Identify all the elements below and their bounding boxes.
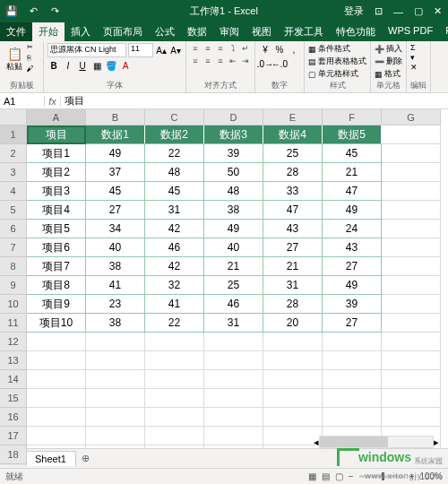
cell-D4[interactable]: 48 <box>203 181 263 201</box>
tab-layout[interactable]: 页面布局 <box>97 22 149 41</box>
cell-D11[interactable]: 31 <box>203 313 263 333</box>
qat-redo-button[interactable]: ↷ <box>47 4 63 20</box>
indent-dec-button[interactable]: ⇤ <box>228 56 238 66</box>
cell-B13[interactable] <box>86 351 145 370</box>
cell-A16[interactable] <box>27 408 86 427</box>
row-header-19[interactable]: 19 <box>0 464 27 465</box>
cell-G13[interactable] <box>382 351 441 370</box>
cell-C7[interactable]: 46 <box>144 238 204 257</box>
cell-C3[interactable]: 48 <box>144 162 204 182</box>
cell-G11[interactable] <box>382 314 441 333</box>
fx-button[interactable]: fx <box>45 96 61 107</box>
format-as-table-button[interactable]: ▤ 套用表格格式 <box>308 56 366 67</box>
fill-color-button[interactable]: 🪣 <box>105 59 117 72</box>
cell-C12[interactable] <box>145 333 204 351</box>
border-button[interactable]: ▦ <box>90 59 103 72</box>
cell-E3[interactable]: 28 <box>263 162 323 182</box>
tab-view[interactable]: 视图 <box>246 22 278 41</box>
cell-E4[interactable]: 33 <box>263 181 323 201</box>
cell-G12[interactable] <box>382 333 441 351</box>
format-painter-button[interactable]: 🖌 <box>27 65 39 73</box>
cell-F12[interactable] <box>323 333 382 351</box>
cell-C10[interactable]: 41 <box>144 294 204 314</box>
cell-C13[interactable] <box>145 351 204 370</box>
row-header-7[interactable]: 7 <box>0 238 27 257</box>
tab-data[interactable]: 数据 <box>181 22 213 41</box>
cell-A7[interactable]: 项目6 <box>26 238 86 257</box>
cell-A2[interactable]: 项目1 <box>26 143 86 163</box>
autosum-button[interactable]: Σ <box>410 43 426 52</box>
row-header-18[interactable]: 18 <box>0 445 27 464</box>
cell-B3[interactable]: 37 <box>85 162 145 182</box>
zoom-level[interactable]: 100% <box>419 471 443 481</box>
cell-A6[interactable]: 项目5 <box>26 219 86 238</box>
cell-E8[interactable]: 21 <box>263 256 323 276</box>
cell-D3[interactable]: 50 <box>203 162 263 182</box>
cell-A11[interactable]: 项目10 <box>26 313 86 333</box>
cell-C1[interactable]: 数据2 <box>145 125 204 144</box>
cell-A13[interactable] <box>27 351 86 370</box>
cell-F7[interactable]: 43 <box>322 238 382 257</box>
tab-powerpivot[interactable]: Power Pivot <box>439 22 448 41</box>
cell-F13[interactable] <box>323 351 382 370</box>
cell-G5[interactable] <box>382 201 441 220</box>
cell-F14[interactable] <box>323 370 382 389</box>
cell-F9[interactable]: 49 <box>322 275 382 295</box>
cell-B2[interactable]: 49 <box>85 143 145 163</box>
align-center-button[interactable]: ≡ <box>202 56 213 66</box>
clear-button[interactable]: ✕ <box>410 63 426 72</box>
cell-F1[interactable]: 数据5 <box>323 125 382 144</box>
col-header-D[interactable]: D <box>204 109 263 125</box>
cell-B6[interactable]: 34 <box>85 219 145 238</box>
font-color-button[interactable]: A <box>119 59 132 72</box>
zoom-slider[interactable] <box>359 475 404 478</box>
cell-E14[interactable] <box>263 370 323 389</box>
cell-G6[interactable] <box>382 220 441 238</box>
cell-F6[interactable]: 24 <box>322 219 382 238</box>
qat-undo-button[interactable]: ↶ <box>25 4 41 20</box>
decrease-font-button[interactable]: A▾ <box>169 44 182 56</box>
cell-A10[interactable]: 项目9 <box>26 294 86 314</box>
cell-E6[interactable]: 43 <box>263 219 323 238</box>
row-header-11[interactable]: 11 <box>0 314 27 333</box>
cell-G1[interactable] <box>382 125 441 144</box>
cell-D13[interactable] <box>204 351 263 370</box>
merge-button[interactable]: ⇥ <box>240 56 251 66</box>
row-header-16[interactable]: 16 <box>0 408 27 427</box>
row-header-14[interactable]: 14 <box>0 370 27 389</box>
align-left-button[interactable]: ≡ <box>190 56 201 66</box>
row-header-1[interactable]: 1 <box>0 125 27 144</box>
cell-A12[interactable] <box>27 333 86 351</box>
align-middle-button[interactable]: ≡ <box>202 43 213 54</box>
formula-input[interactable]: 项目 <box>61 94 448 108</box>
cell-D6[interactable]: 49 <box>203 219 263 238</box>
zoom-out-button[interactable]: − <box>349 471 354 481</box>
delete-cells-button[interactable]: ➖ 删除 <box>375 56 402 67</box>
col-header-C[interactable]: C <box>145 109 204 125</box>
row-header-13[interactable]: 13 <box>0 351 27 370</box>
cell-G7[interactable] <box>382 238 441 257</box>
horizontal-scrollbar[interactable]: ◂▸ <box>314 432 439 452</box>
cell-C17[interactable] <box>145 427 204 445</box>
cell-B8[interactable]: 38 <box>85 256 145 276</box>
row-header-2[interactable]: 2 <box>0 144 27 163</box>
cell-B1[interactable]: 数据1 <box>86 125 145 144</box>
cell-F11[interactable]: 27 <box>322 313 382 333</box>
worksheet-grid[interactable]: ABCDEFG 12345678910111213141516171819 项目… <box>0 109 448 465</box>
decrease-decimal-button[interactable]: ←.0 <box>273 57 286 70</box>
cell-D17[interactable] <box>204 427 263 445</box>
cell-A9[interactable]: 项目8 <box>26 275 86 295</box>
close-button[interactable]: ✕ <box>431 5 444 17</box>
cell-F4[interactable]: 47 <box>322 181 382 201</box>
cell-C2[interactable]: 22 <box>144 143 204 163</box>
cut-button[interactable]: ✂ <box>27 43 39 52</box>
percent-button[interactable]: % <box>273 43 286 56</box>
cell-A3[interactable]: 项目2 <box>26 162 86 182</box>
cell-F10[interactable]: 39 <box>322 294 382 314</box>
cell-A15[interactable] <box>27 389 86 408</box>
cell-E2[interactable]: 25 <box>263 143 323 163</box>
row-header-17[interactable]: 17 <box>0 427 27 445</box>
cell-A5[interactable]: 项目4 <box>26 200 86 220</box>
row-header-10[interactable]: 10 <box>0 295 27 314</box>
view-page-button[interactable]: ▤ <box>322 471 330 481</box>
